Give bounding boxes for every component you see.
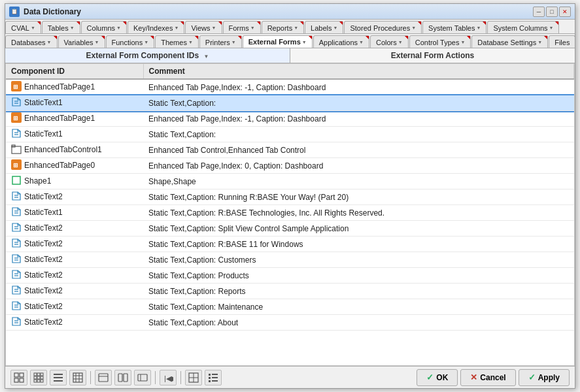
card-view-button[interactable] xyxy=(134,370,151,385)
form-view-button[interactable] xyxy=(95,370,112,385)
fit-button[interactable]: |◀▶| xyxy=(160,370,177,385)
tab-arrow: ▼ xyxy=(95,40,99,44)
svg-rect-76 xyxy=(118,374,122,382)
tab-external-forms[interactable]: External Forms ▼ xyxy=(243,35,313,48)
table-row[interactable]: StaticText1Static Text,Caption: xyxy=(6,127,574,142)
maximize-button[interactable]: □ xyxy=(546,7,558,17)
tab-columns[interactable]: Columns ▼ xyxy=(81,21,127,34)
window-controls: ─ □ ✕ xyxy=(533,7,571,17)
cell-component-id: StaticText2 xyxy=(6,299,143,315)
table-row[interactable]: StaticText2Static Text,Caption: About xyxy=(6,315,574,331)
tab-system-columns[interactable]: System Columns ▼ xyxy=(487,21,559,34)
cell-comment: Static Text,Caption: R:BASE 11 for Windo… xyxy=(143,237,574,252)
column-header-component-id[interactable]: Component ID xyxy=(6,64,143,79)
table-row[interactable]: StaticText2Static Text,Caption: Maintena… xyxy=(6,299,574,315)
tab-views[interactable]: Views ▼ xyxy=(185,21,222,34)
minimize-button[interactable]: ─ xyxy=(533,7,545,17)
table-row[interactable]: StaticText1Static Text,Caption: xyxy=(6,95,574,111)
tab-colors[interactable]: Colors ▼ xyxy=(370,35,409,48)
tab-arrow: ▼ xyxy=(359,40,364,44)
cancel-button[interactable]: ✕ Cancel xyxy=(460,369,515,386)
tab-row-1: CVAL ▼ Tables ▼ Columns ▼ Key/Indexes ▼ … xyxy=(5,20,575,34)
table-row[interactable]: StaticText2Static Text,Caption: Running … xyxy=(6,189,574,205)
table-row[interactable]: ⊞EnhancedTabPage0Enhanced Tab Page,Index… xyxy=(6,158,574,174)
tab-system-tables[interactable]: System Tables ▼ xyxy=(422,21,486,34)
cell-comment: Static Text,Caption: Reports xyxy=(143,284,574,299)
tab-themes[interactable]: Themes ▼ xyxy=(155,35,199,48)
cell-comment: Shape,Shape xyxy=(143,174,574,189)
apply-button[interactable]: ✓ Apply xyxy=(519,369,570,386)
cell-comment: Static Text,Caption: R:BASE Technologies… xyxy=(143,205,574,221)
data-table-container[interactable]: Component ID Comment ⊞EnhancedTabPage1En… xyxy=(5,63,575,366)
cell-comment: Static Text,Caption: About xyxy=(143,315,574,331)
svg-rect-68 xyxy=(54,380,63,382)
column-header-comment[interactable]: Comment xyxy=(143,64,574,79)
tab-tables[interactable]: Tables ▼ xyxy=(42,21,80,34)
data-table: Component ID Comment ⊞EnhancedTabPage1En… xyxy=(6,64,574,331)
close-button[interactable]: ✕ xyxy=(559,7,571,17)
cell-comment: Static Text,Caption: Split View Control … xyxy=(143,221,574,237)
table-row[interactable]: StaticText2Static Text,Caption: Customer… xyxy=(6,252,574,268)
tab-arrow: ▼ xyxy=(174,25,179,30)
grid-small-button[interactable] xyxy=(30,370,47,385)
tab-variables[interactable]: Variables ▼ xyxy=(58,35,105,48)
split-view-button[interactable] xyxy=(114,370,131,385)
tab-database-settings[interactable]: Database Settings ▼ xyxy=(471,35,548,48)
svg-rect-77 xyxy=(124,374,128,382)
separator-3 xyxy=(180,371,181,384)
tab-arrow: ▼ xyxy=(70,25,75,30)
table-row[interactable]: StaticText1Static Text,Caption: R:BASE T… xyxy=(6,205,574,221)
table-view-button[interactable] xyxy=(69,370,86,385)
tab-arrow: ▼ xyxy=(460,40,465,44)
ok-button[interactable]: ✓ OK xyxy=(417,369,458,386)
list3-button[interactable] xyxy=(205,370,222,385)
table-row[interactable]: StaticText2Static Text,Caption: Products xyxy=(6,268,574,284)
svg-rect-55 xyxy=(14,378,18,382)
section-external-form-actions[interactable]: External Form Actions xyxy=(290,48,575,63)
svg-rect-61 xyxy=(37,376,40,379)
svg-rect-57 xyxy=(34,373,37,376)
cell-comment: Static Text,Caption: Products xyxy=(143,268,574,284)
tab-databases[interactable]: Databases ▼ xyxy=(5,35,58,48)
main-window: 📋 Data Dictionary ─ □ ✕ CVAL ▼ Tables ▼ … xyxy=(5,3,575,389)
table-row[interactable]: Shape1Shape,Shape xyxy=(6,174,574,189)
app-icon: 📋 xyxy=(9,7,20,17)
tab-functions[interactable]: Functions ▼ xyxy=(106,35,155,48)
static-text-icon xyxy=(11,206,22,219)
svg-rect-86 xyxy=(209,377,211,379)
tab-control-types[interactable]: Control Types ▼ xyxy=(409,35,471,48)
table-row[interactable]: EnhancedTabControl1Enhanced Tab Control,… xyxy=(6,142,574,158)
tab-cval[interactable]: CVAL ▼ xyxy=(5,21,41,34)
cell-component-id: StaticText2 xyxy=(6,221,143,237)
tab-stored-procedures[interactable]: Stored Procedures ▼ xyxy=(344,21,422,34)
cell-component-id: ⊞EnhancedTabPage0 xyxy=(6,158,143,174)
tab-arrow: ▼ xyxy=(188,40,193,44)
table-row[interactable]: StaticText2Static Text,Caption: Split Vi… xyxy=(6,221,574,237)
section-external-form-component-ids[interactable]: External Form Component IDs ▼ xyxy=(5,48,290,63)
tab-arrow: ▼ xyxy=(411,25,416,30)
static-text-icon xyxy=(11,301,22,313)
grid3-button[interactable] xyxy=(185,370,202,385)
list-view-button[interactable] xyxy=(50,370,67,385)
cell-component-id: StaticText2 xyxy=(6,189,143,205)
tab-printers[interactable]: Printers ▼ xyxy=(199,35,242,48)
tab-applications[interactable]: Applications ▼ xyxy=(313,35,369,48)
table-row[interactable]: StaticText2Static Text,Caption: Reports xyxy=(6,284,574,299)
grid-view-button[interactable] xyxy=(10,370,27,385)
tab-forms[interactable]: Forms ▼ xyxy=(223,21,261,34)
tab-key-indexes[interactable]: Key/Indexes ▼ xyxy=(128,21,184,34)
tab-labels[interactable]: Labels ▼ xyxy=(305,21,343,34)
tab-arrow: ▼ xyxy=(476,25,481,30)
title-bar: 📋 Data Dictionary ─ □ ✕ xyxy=(5,4,575,20)
tab-reports[interactable]: Reports ▼ xyxy=(262,21,304,34)
enhanced-tab-page-icon: ⊞ xyxy=(11,81,22,93)
bottom-toolbar: |◀▶| ✓ OK ✕ Cancel ✓ Apply xyxy=(5,366,575,388)
tab-files[interactable]: Files xyxy=(549,35,575,48)
table-row[interactable]: ⊞EnhancedTabPage1Enhanced Tab Page,Index… xyxy=(6,111,574,127)
svg-rect-66 xyxy=(54,374,63,375)
content-area: Component ID Comment ⊞EnhancedTabPage1En… xyxy=(5,63,575,366)
svg-rect-65 xyxy=(41,380,43,382)
apply-check-icon: ✓ xyxy=(528,372,536,382)
table-row[interactable]: ⊞EnhancedTabPage1Enhanced Tab Page,Index… xyxy=(6,79,574,95)
table-row[interactable]: StaticText2Static Text,Caption: R:BASE 1… xyxy=(6,237,574,252)
